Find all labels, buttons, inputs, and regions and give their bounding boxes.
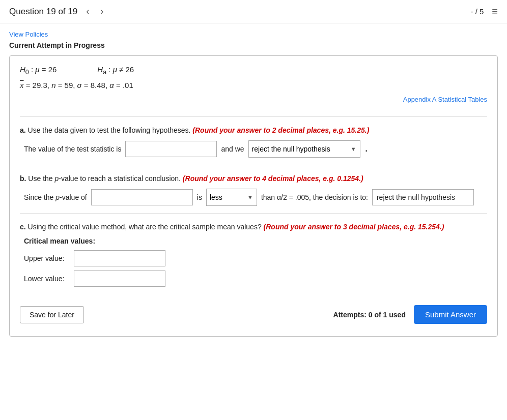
- lower-value-input[interactable]: [74, 271, 165, 287]
- part-b-row: Since the p-value of is less greater tha…: [20, 189, 487, 206]
- current-attempt-label: Current Attempt in Progress: [9, 41, 498, 49]
- part-c-instruction: c. Using the critical value method, what…: [20, 223, 487, 231]
- part-c-round-note: (Round your answer to 3 decimal places, …: [264, 223, 444, 231]
- main-content: View Policies Current Attempt in Progres…: [0, 23, 507, 344]
- submit-answer-button[interactable]: Submit Answer: [414, 305, 487, 324]
- attempts-text: Attempts: 0 of 1 used: [333, 311, 406, 319]
- test-stat-label: The value of the test statistic is: [24, 145, 121, 153]
- since-pvalue-label: Since the p-value of: [24, 193, 87, 201]
- question-label: Question 19 of 19: [9, 7, 77, 17]
- critical-section: Critical mean values: Upper value: Lower…: [20, 237, 487, 287]
- ha-label: Ha : μ ≠ 26: [97, 65, 134, 76]
- period-a: .: [365, 144, 368, 154]
- upper-value-row: Upper value:: [24, 250, 487, 266]
- decision-input[interactable]: [372, 189, 474, 205]
- question-box: H0 : μ = 26 Ha : μ ≠ 26 x = 29.3, n = 59…: [9, 55, 498, 337]
- lower-value-row: Lower value:: [24, 271, 487, 287]
- attempts-submit-container: Attempts: 0 of 1 used Submit Answer: [333, 305, 487, 324]
- part-b-round-note: (Round your answer to 4 decimal places, …: [183, 174, 363, 183]
- header-left: Question 19 of 19 ‹ ›: [9, 5, 106, 18]
- page-header: Question 19 of 19 ‹ › - / 5 ≡: [0, 0, 507, 23]
- xbar-row: x = 29.3, n = 59, σ = 8.48, α = .01: [20, 81, 487, 89]
- prev-button[interactable]: ‹: [83, 5, 92, 18]
- less-dropdown-wrapper: less greater: [206, 189, 257, 206]
- and-we-label: and we: [221, 145, 244, 153]
- less-greater-dropdown[interactable]: less greater: [206, 189, 257, 206]
- pvalue-input[interactable]: [91, 189, 193, 205]
- next-button[interactable]: ›: [98, 5, 106, 18]
- footer-row: Save for Later Attempts: 0 of 1 used Sub…: [20, 301, 487, 324]
- h0-label: H0 : μ = 26: [20, 65, 57, 76]
- upper-value-input[interactable]: [74, 250, 165, 266]
- list-icon[interactable]: ≡: [492, 6, 498, 17]
- lower-value-label: Lower value:: [24, 275, 70, 283]
- part-b-text: Use the p-value to reach a statistical c…: [28, 174, 183, 183]
- upper-value-label: Upper value:: [24, 254, 70, 262]
- test-statistic-input[interactable]: [125, 141, 217, 157]
- divider-c: [20, 213, 487, 214]
- reject-dropdown-wrapper: reject the null hypothesis fail to rejec…: [248, 140, 360, 158]
- score-display: - / 5: [470, 7, 484, 16]
- part-a-row: The value of the test statistic is and w…: [20, 140, 487, 158]
- header-right: - / 5 ≡: [470, 6, 498, 17]
- part-a-text: Use the data given to test the following…: [28, 126, 191, 134]
- appendix-link-container: Appendix A Statistical Tables: [20, 94, 487, 109]
- than-alpha-label: than α/2 = .005, the decision is to:: [261, 193, 368, 201]
- critical-title: Critical mean values:: [24, 237, 487, 245]
- part-a-instruction: a. Use the data given to test the follow…: [20, 126, 487, 134]
- part-a-round-note: (Round your answer to 2 decimal places, …: [192, 126, 369, 134]
- hypothesis-row: H0 : μ = 26 Ha : μ ≠ 26: [20, 65, 487, 76]
- divider-a: [20, 116, 487, 117]
- view-policies-link[interactable]: View Policies: [9, 31, 498, 38]
- save-later-button[interactable]: Save for Later: [20, 306, 84, 323]
- is-label: is: [197, 193, 202, 201]
- xbar-value: x = 29.3, n = 59, σ = 8.48, α = .01: [20, 81, 133, 89]
- part-c-text: Using the critical value method, what ar…: [28, 223, 262, 231]
- divider-b: [20, 165, 487, 165]
- appendix-link[interactable]: Appendix A Statistical Tables: [403, 96, 487, 103]
- reject-null-dropdown[interactable]: reject the null hypothesis fail to rejec…: [248, 140, 360, 158]
- part-b-instruction: b. Use the p-value to reach a statistica…: [20, 174, 487, 183]
